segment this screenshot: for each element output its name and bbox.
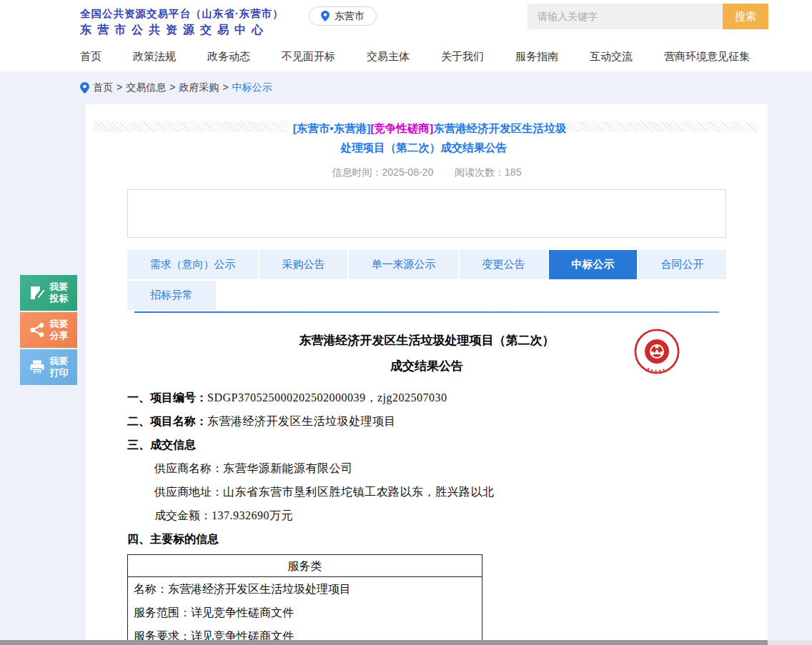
breadcrumb-separator: >	[222, 81, 228, 94]
tab[interactable]: 变更公告	[460, 250, 548, 279]
horizontal-scrollbar[interactable]	[0, 640, 812, 645]
nav-item[interactable]: 交易主体	[367, 50, 410, 64]
search-button[interactable]: 搜索	[723, 4, 768, 29]
document-body: 一、项目编号：SDGP370525000202502000039，zjg2025…	[127, 386, 726, 551]
document-line-value: 东营华源新能源有限公司	[223, 462, 353, 474]
category-tabs: 需求（意向）公示采购公告单一来源公示变更公告中标公示合同公开 招标异常	[127, 250, 726, 313]
tab[interactable]: 招标异常	[127, 281, 216, 310]
award-table-row: 服务范围：详见竞争性磋商文件	[128, 601, 482, 624]
views-value: 185	[505, 166, 521, 178]
breadcrumb-item[interactable]: 首页	[93, 81, 113, 94]
award-info-table: 服务类 名称：东营港经济开发区生活垃圾处理项目服务范围：详见竞争性磋商文件服务要…	[127, 554, 482, 645]
document-line-value: 山东省东营市垦利区胜坨镇工农路以东，胜兴路以北	[223, 486, 495, 498]
announcement-document: 东营港经济开发区生活垃圾处理项目（第二次） 成交结果公告 一、项目编号：SDGP…	[127, 329, 726, 645]
share-nodes-icon	[29, 322, 45, 338]
document-line-value: 东营港经济开发区生活垃圾处理项目	[207, 415, 396, 427]
breadcrumb-separator: >	[169, 81, 175, 94]
bid-button[interactable]: 我要 投标	[20, 275, 77, 311]
tab[interactable]: 中标公示	[549, 250, 637, 279]
tab[interactable]: 合同公开	[638, 250, 726, 279]
floating-action-buttons: 我要 投标 我要 分享 我要 打印	[20, 275, 77, 386]
tab-row-2: 招标异常	[127, 281, 726, 310]
search-input[interactable]	[528, 4, 723, 29]
document-line: 四、主要标的信息	[127, 527, 726, 551]
document-line-label: 供应商地址：	[154, 486, 223, 498]
printer-icon	[29, 359, 45, 375]
share-button[interactable]: 我要 分享	[20, 312, 77, 348]
document-line: 成交金额：137.932690万元	[127, 504, 726, 527]
breadcrumb-item[interactable]: 交易信息	[126, 81, 166, 94]
document-line-label: 三、成交信息	[127, 439, 196, 451]
share-button-label1: 我要	[50, 319, 69, 329]
award-table-row: 名称：东营港经济开发区生活垃圾处理项目	[128, 577, 482, 601]
info-time-value: 2025-08-20	[382, 166, 434, 178]
print-button-label1: 我要	[50, 356, 69, 366]
document-line: 三、成交信息	[127, 433, 726, 456]
breadcrumb: 首页>交易信息>政府采购> 中标公示	[80, 81, 812, 95]
document-line-label: 供应商名称：	[154, 462, 223, 474]
document-line: 供应商地址：山东省东营市垦利区胜坨镇工农路以东，胜兴路以北	[127, 480, 726, 504]
attachment-placeholder-box	[127, 189, 726, 238]
nav-item[interactable]: 互动交流	[590, 50, 633, 64]
award-table-body: 名称：东营港经济开发区生活垃圾处理项目服务范围：详见竞争性磋商文件服务要求：详见…	[128, 577, 482, 645]
breadcrumb-links: 首页>交易信息>政府采购>	[93, 81, 229, 94]
location-pin-icon	[321, 11, 330, 21]
article-title: [东营市•东营港][竞争性磋商]东营港经济开发区生活垃圾处理项目（第二次）成交结…	[287, 119, 567, 157]
tab[interactable]: 采购公告	[259, 250, 347, 279]
info-time-label: 信息时间：	[332, 166, 382, 178]
breadcrumb-current: 中标公示	[232, 81, 272, 94]
city-selector-label: 东营市	[335, 10, 365, 23]
document-line-value: 137.932690万元	[212, 509, 293, 521]
nav-item[interactable]: 营商环境意见征集	[664, 50, 750, 64]
document-line-label: 二、项目名称：	[127, 415, 207, 427]
print-button-label2: 打印	[50, 367, 69, 378]
nav-item[interactable]: 政务动态	[207, 50, 250, 64]
bid-button-label2: 投标	[50, 293, 69, 304]
content-card: [东营市•东营港][竞争性磋商]东营港经济开发区生活垃圾处理项目（第二次）成交结…	[86, 104, 768, 645]
breadcrumb-pin-icon	[80, 82, 89, 94]
document-line-label: 一、项目编号：	[127, 391, 207, 404]
document-line-label: 四、主要标的信息	[127, 533, 219, 545]
document-line-value: SDGP370525000202502000039，zjg202507030	[207, 391, 447, 404]
bid-button-label1: 我要	[50, 281, 69, 292]
article-title-method: [竞争性磋商]	[370, 122, 433, 134]
logo-line1: 全国公共资源交易平台（山东省·东营市）	[80, 7, 284, 21]
tab-underline	[134, 311, 719, 313]
breadcrumb-item[interactable]: 政府采购	[179, 81, 219, 94]
tab[interactable]: 单一来源公示	[349, 250, 458, 279]
breadcrumb-separator: >	[117, 81, 122, 94]
search-bar: 搜索	[528, 4, 768, 29]
document-line-label: 成交金额：	[154, 509, 212, 521]
award-table-header: 服务类	[128, 555, 482, 577]
red-seal-icon	[633, 326, 680, 381]
nav-item[interactable]: 关于我们	[441, 50, 484, 64]
share-button-label2: 分享	[50, 330, 69, 341]
article-meta: 信息时间：2025-08-20 阅读次数：185	[86, 166, 768, 179]
document-line: 供应商名称：东营华源新能源有限公司	[127, 456, 726, 480]
article-title-region: [东营市•东营港]	[293, 122, 371, 134]
document-line: 一、项目编号：SDGP370525000202502000039，zjg2025…	[127, 386, 726, 409]
logo-line2: 东营市公共资源交易中心	[80, 23, 284, 38]
nav-item[interactable]: 首页	[80, 50, 102, 64]
nav-item[interactable]: 政策法规	[133, 50, 176, 64]
city-selector[interactable]: 东营市	[309, 6, 377, 26]
print-button[interactable]: 我要 打印	[20, 349, 77, 385]
nav-item[interactable]: 服务指南	[515, 50, 558, 64]
tab-row-1: 需求（意向）公示采购公告单一来源公示变更公告中标公示合同公开	[127, 250, 726, 279]
document-line: 二、项目名称：东营港经济开发区生活垃圾处理项目	[127, 409, 726, 433]
article-header: [东营市•东营港][竞争性磋商]东营港经济开发区生活垃圾处理项目（第二次）成交结…	[86, 104, 768, 179]
top-header: 全国公共资源交易平台（山东省·东营市） 东营市公共资源交易中心 东营市 搜索	[0, 0, 812, 41]
main-nav: 首页政策法规政务动态不见面开标交易主体关于我们服务指南互动交流营商环境意见征集	[0, 41, 812, 71]
views-label: 阅读次数：	[455, 166, 505, 178]
tab[interactable]: 需求（意向）公示	[127, 250, 258, 279]
pen-document-icon	[29, 285, 45, 301]
site-logo[interactable]: 全国公共资源交易平台（山东省·东营市） 东营市公共资源交易中心	[80, 7, 284, 38]
nav-item[interactable]: 不见面开标	[282, 50, 335, 64]
horizontal-scrollbar-thumb[interactable]	[0, 640, 768, 645]
